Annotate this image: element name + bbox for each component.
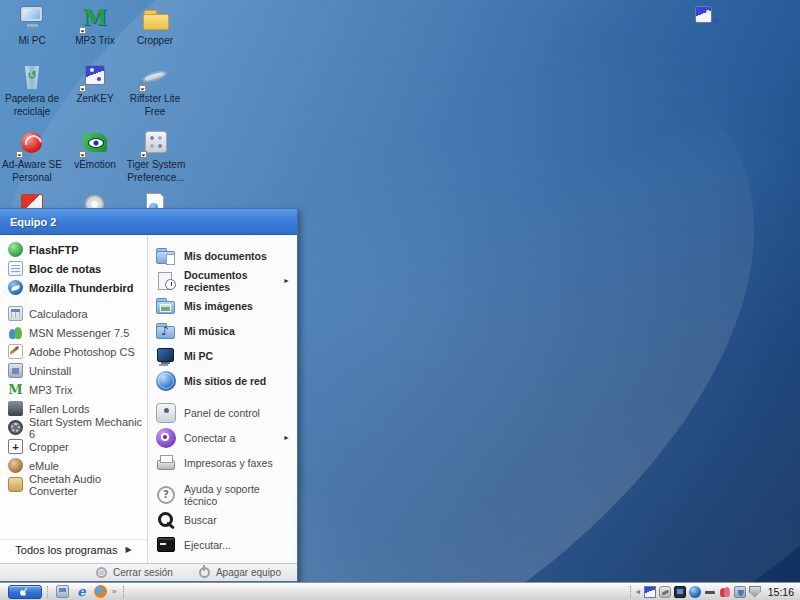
shortcut-arrow-badge bbox=[79, 85, 86, 92]
firefox-icon[interactable] bbox=[94, 585, 107, 598]
menu-item-label: Mis sitios de red bbox=[184, 375, 266, 387]
shortcut-arrow-badge bbox=[79, 151, 86, 158]
run-icon bbox=[156, 535, 176, 555]
menu-item-bloc-de-notas[interactable]: Bloc de notas bbox=[0, 259, 147, 278]
desktop-icon-label: Riffster Lite Free bbox=[124, 93, 186, 118]
menu-separator bbox=[148, 475, 297, 482]
menu-item-label: Uninstall bbox=[29, 365, 71, 377]
start-button[interactable] bbox=[8, 585, 42, 599]
menu-separator bbox=[148, 393, 297, 400]
menu-item-ejecutar[interactable]: Ejecutar... bbox=[148, 532, 297, 557]
menu-item-conectar-a[interactable]: Conectar a ► bbox=[148, 425, 297, 450]
start-menu: Equipo 2 FlashFTP Bloc de notas Mozilla … bbox=[0, 208, 298, 582]
messenger-tray-icon[interactable] bbox=[719, 586, 731, 598]
computer-icon bbox=[16, 6, 48, 33]
all-programs-button[interactable]: Todos los programas ▶ bbox=[0, 539, 147, 559]
desktop-icon-label: Cropper bbox=[124, 35, 186, 48]
zenkey-tray-icon[interactable] bbox=[644, 586, 656, 598]
start-menu-footer: Cerrar sesión Apagar equipo bbox=[0, 563, 297, 581]
music-folder-icon bbox=[156, 321, 176, 341]
desktop-icon-tiger-system[interactable]: Tiger System Preference... bbox=[124, 130, 188, 184]
shut-down-button[interactable]: Apagar equipo bbox=[199, 567, 281, 578]
security-monitor-tray-icon[interactable] bbox=[734, 586, 746, 598]
desktop-icon-riffster[interactable]: Riffster Lite Free bbox=[124, 64, 186, 118]
menu-item-photoshop[interactable]: Adobe Photoshop CS bbox=[0, 342, 147, 361]
shortcut-arrow-badge bbox=[139, 85, 146, 92]
menu-item-mi-musica[interactable]: Mi música bbox=[148, 318, 297, 343]
menu-item-documentos-recientes[interactable]: Documentos recientes ► bbox=[148, 268, 297, 293]
menu-item-label: Mi PC bbox=[184, 350, 213, 362]
menu-item-thunderbird[interactable]: Mozilla Thunderbird bbox=[0, 278, 147, 297]
dialer-tray-icon[interactable] bbox=[659, 586, 671, 598]
menu-item-cheetah[interactable]: Cheetah Audio Converter bbox=[0, 475, 147, 494]
menu-item-msn-messenger[interactable]: MSN Messenger 7.5 bbox=[0, 323, 147, 342]
menu-item-mis-imagenes[interactable]: Mis imágenes bbox=[148, 293, 297, 318]
menu-item-label: Documentos recientes bbox=[184, 269, 291, 293]
blue-orb-tray-icon[interactable] bbox=[689, 586, 701, 598]
start-menu-pinned-column: FlashFTP Bloc de notas Mozilla Thunderbi… bbox=[0, 235, 148, 563]
menu-item-panel-de-control[interactable]: Panel de control bbox=[148, 400, 297, 425]
desktop-icon-cropper[interactable]: Cropper bbox=[124, 6, 186, 48]
shield-tray-icon[interactable] bbox=[749, 586, 761, 598]
uninstall-icon bbox=[8, 363, 23, 378]
menu-item-label: Adobe Photoshop CS bbox=[29, 346, 135, 358]
help-icon bbox=[156, 485, 176, 505]
desktop-icon-vemotion[interactable]: vEmotion bbox=[64, 130, 126, 172]
desktop-icon-mp3-trix[interactable]: MP3 Trix bbox=[64, 6, 126, 48]
mp3-trix-icon bbox=[8, 382, 23, 397]
menu-item-impresoras[interactable]: Impresoras y faxes bbox=[148, 450, 297, 475]
system-tray: ◂ 15:16 bbox=[636, 586, 800, 598]
volume-bar-tray-icon[interactable] bbox=[704, 586, 716, 598]
notepad-icon bbox=[8, 261, 23, 276]
menu-item-label: Ayuda y soporte técnico bbox=[184, 483, 291, 507]
power-icon bbox=[199, 567, 210, 578]
menu-item-label: Mis documentos bbox=[184, 250, 267, 262]
thunderbird-icon bbox=[8, 280, 23, 295]
menu-item-system-mechanic[interactable]: Start System Mechanic 6 bbox=[0, 418, 147, 437]
preferences-icon bbox=[140, 130, 172, 157]
shortcut-arrow-badge bbox=[16, 151, 23, 158]
menu-item-cropper[interactable]: Cropper bbox=[0, 437, 147, 456]
start-menu-places-column: Mis documentos Documentos recientes ► Mi… bbox=[148, 235, 297, 563]
menu-item-mi-pc[interactable]: Mi PC bbox=[148, 343, 297, 368]
folder-icon bbox=[139, 6, 171, 33]
zenkey-icon bbox=[79, 64, 111, 91]
taskbar-separator bbox=[123, 586, 124, 598]
cheetah-converter-icon bbox=[8, 477, 23, 492]
desktop-icon-corner[interactable] bbox=[692, 6, 716, 24]
menu-item-label: Buscar bbox=[184, 514, 217, 526]
recent-documents-icon bbox=[156, 271, 176, 291]
menu-item-buscar[interactable]: Buscar bbox=[148, 507, 297, 532]
menu-item-calculadora[interactable]: Calculadora bbox=[0, 304, 147, 323]
search-icon bbox=[156, 510, 176, 530]
internet-explorer-icon[interactable] bbox=[75, 585, 88, 598]
desktop-icon-zenkey[interactable]: ZenKEY bbox=[64, 64, 126, 106]
desktop-icon-papelera[interactable]: Papelera de reciclaje bbox=[2, 64, 62, 118]
menu-item-label: Impresoras y faxes bbox=[184, 457, 273, 469]
start-menu-header: Equipo 2 bbox=[0, 209, 297, 235]
menu-item-mp3-trix[interactable]: MP3 Trix bbox=[0, 380, 147, 399]
menu-item-flashftp[interactable]: FlashFTP bbox=[0, 240, 147, 259]
tray-expand-icon[interactable]: ◂ bbox=[636, 587, 640, 596]
desktop-icon-mi-pc[interactable]: Mi PC bbox=[2, 6, 62, 48]
quick-launch-overflow-icon[interactable]: » bbox=[112, 587, 116, 596]
log-off-button[interactable]: Cerrar sesión bbox=[96, 567, 173, 578]
taskbar-clock[interactable]: 15:16 bbox=[768, 586, 794, 598]
window-icon[interactable] bbox=[56, 585, 69, 598]
menu-item-uninstall[interactable]: Uninstall bbox=[0, 361, 147, 380]
cropper-icon bbox=[8, 439, 23, 454]
desktop-icon-label: Ad-Aware SE Personal bbox=[2, 159, 62, 184]
submenu-arrow-icon: ► bbox=[283, 277, 290, 284]
menu-item-mis-documentos[interactable]: Mis documentos bbox=[148, 243, 297, 268]
menu-item-ayuda[interactable]: Ayuda y soporte técnico bbox=[148, 482, 297, 507]
desktop-icon-label: Tiger System Preference... bbox=[124, 159, 188, 184]
menu-item-label: Mis imágenes bbox=[184, 300, 253, 312]
menu-item-label: Fallen Lords bbox=[29, 403, 90, 415]
menu-item-mis-sitios-de-red[interactable]: Mis sitios de red bbox=[148, 368, 297, 393]
user-name: Equipo 2 bbox=[10, 216, 56, 228]
desktop-icon-ad-aware[interactable]: Ad-Aware SE Personal bbox=[2, 130, 62, 184]
desktop-icon-label: ZenKEY bbox=[64, 93, 126, 106]
display-tray-icon[interactable] bbox=[674, 586, 686, 598]
menu-item-label: Panel de control bbox=[184, 407, 260, 419]
zenkey-icon bbox=[695, 6, 713, 24]
